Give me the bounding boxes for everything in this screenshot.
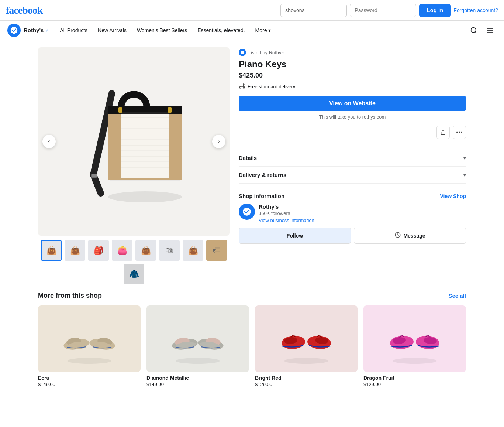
chevron-right-icon: › xyxy=(218,138,220,145)
follow-button[interactable]: Follow xyxy=(239,228,351,244)
svg-point-31 xyxy=(243,87,245,88)
product-card-ecru[interactable]: Ecru $149.00 xyxy=(38,305,141,387)
view-website-button[interactable]: View on Website xyxy=(239,96,466,111)
product-image-ecru xyxy=(38,305,141,372)
shop-name: Rothy's xyxy=(24,27,44,33)
thumbnail-3[interactable]: 🎒 xyxy=(88,240,109,261)
svg-point-30 xyxy=(239,87,241,88)
chevron-down-icon: ▾ xyxy=(268,27,271,33)
thumbnail-8[interactable]: 🏷 xyxy=(206,240,227,261)
next-image-button[interactable]: › xyxy=(212,135,225,148)
shoe-svg-red xyxy=(277,313,336,365)
listed-avatar xyxy=(239,49,246,56)
header: facebook Log in Forgotten account? xyxy=(0,0,504,21)
search-button[interactable] xyxy=(467,24,480,37)
delivery-info: Free standard delivery xyxy=(239,82,466,90)
product-main-image xyxy=(64,64,204,219)
nav-essentials-elevated[interactable]: Essentials, elevated. xyxy=(193,24,249,36)
product-name-dragon-fruit: Dragon Fruit xyxy=(363,375,466,381)
shop-profile-row: Rothy's 360K followers View business inf… xyxy=(239,204,466,223)
shop-logo-wrap: Rothy's ✓ xyxy=(7,24,49,37)
product-title: Piano Keys xyxy=(239,59,466,69)
thumb-icon-8: 🏷 xyxy=(213,246,221,255)
product-price-red: $129.00 xyxy=(255,382,358,387)
product-grid: Ecru $149.00 Diamond Metallic $149. xyxy=(38,305,466,387)
svg-rect-29 xyxy=(239,83,243,87)
delivery-icon xyxy=(239,82,245,90)
ellipsis-icon xyxy=(456,131,462,133)
product-card-red[interactable]: Bright Red $129.00 xyxy=(255,305,358,387)
shop-followers: 360K followers xyxy=(259,211,466,216)
prev-image-button[interactable]: ‹ xyxy=(42,135,56,148)
facebook-logo[interactable]: facebook xyxy=(6,4,42,16)
details-accordion[interactable]: Details ▾ xyxy=(239,150,466,167)
username-input[interactable] xyxy=(280,4,347,17)
nav-more-button[interactable]: More ▾ xyxy=(251,24,276,36)
product-price-diamond: $149.00 xyxy=(146,382,249,387)
product-name-red: Bright Red xyxy=(255,375,358,381)
svg-rect-25 xyxy=(118,107,122,113)
svg-marker-9 xyxy=(108,106,121,180)
thumbnail-7[interactable]: 👜 xyxy=(183,240,203,261)
thumb-icon-1: 👜 xyxy=(46,246,56,255)
thumbnail-5[interactable]: 👜 xyxy=(135,240,156,261)
details-chevron-icon: ▾ xyxy=(463,155,466,161)
chevron-left-icon: ‹ xyxy=(48,138,50,145)
message-button[interactable]: Message xyxy=(354,228,466,244)
shop-info-header: Shop information View Shop xyxy=(239,193,466,199)
thumbnail-4[interactable]: 👛 xyxy=(112,240,132,261)
shop-name-wrap: Rothy's ✓ xyxy=(24,27,49,33)
svg-point-46 xyxy=(284,358,328,364)
svg-point-35 xyxy=(461,131,462,133)
listed-by: Listed by Rothy's xyxy=(239,49,466,56)
redirect-note: This will take you to rothys.com xyxy=(239,114,466,120)
thumb-icon-3: 🎒 xyxy=(94,246,104,255)
product-card-dragon-fruit[interactable]: Dragon Fruit $129.00 xyxy=(363,305,466,387)
product-details-panel: Listed by Rothy's Piano Keys $425.00 Fre… xyxy=(239,47,466,284)
thumbnail-6[interactable]: 🛍 xyxy=(159,240,180,261)
shop-info-section: Shop information View Shop Rothy's 360K … xyxy=(239,193,466,244)
forgotten-account-link[interactable]: Forgotten account? xyxy=(453,7,498,13)
details-label: Details xyxy=(239,155,257,161)
share-button[interactable] xyxy=(436,126,450,139)
svg-rect-26 xyxy=(168,107,172,113)
shop-profile-name: Rothy's xyxy=(259,204,466,210)
svg-point-34 xyxy=(459,131,460,133)
delivery-text: Free standard delivery xyxy=(248,84,295,89)
nav-new-arrivals[interactable]: New Arrivals xyxy=(93,24,131,36)
product-price-dragon-fruit: $129.00 xyxy=(363,382,466,387)
thumb-icon-6: 🛍 xyxy=(165,246,173,255)
login-button[interactable]: Log in xyxy=(419,4,451,17)
shoe-svg-dragon xyxy=(385,313,444,365)
svg-marker-10 xyxy=(169,106,182,180)
nav-all-products[interactable]: All Products xyxy=(55,24,92,36)
view-shop-link[interactable]: View Shop xyxy=(440,193,466,199)
product-card-diamond[interactable]: Diamond Metallic $149.00 xyxy=(146,305,249,387)
product-image-area: ‹ › 👜 👜 🎒 👛 👜 🛍 xyxy=(38,47,230,284)
nav-womens-best-sellers[interactable]: Women's Best Sellers xyxy=(132,24,191,36)
svg-line-1 xyxy=(475,31,477,33)
share-icon xyxy=(440,129,446,135)
thumbnail-2[interactable]: 👜 xyxy=(65,240,85,261)
more-section-title: More from this shop xyxy=(38,292,102,300)
more-options-button[interactable] xyxy=(453,126,466,139)
divider-2 xyxy=(239,188,466,188)
thumb-icon-2: 👜 xyxy=(70,246,80,255)
shop-info-title: Shop information xyxy=(239,193,284,199)
password-input[interactable] xyxy=(350,4,416,17)
shop-action-row: Follow Message xyxy=(239,228,466,244)
shoe-svg-diamond xyxy=(168,313,227,365)
nav-links: All Products New Arrivals Women's Best S… xyxy=(55,24,275,36)
svg-point-0 xyxy=(471,27,476,32)
thumb-icon-7: 👜 xyxy=(188,246,198,255)
thumbnail-9[interactable]: 🧥 xyxy=(124,264,144,284)
view-business-info-link[interactable]: View business information xyxy=(259,218,314,223)
see-all-link[interactable]: See all xyxy=(448,293,466,299)
product-price: $425.00 xyxy=(239,72,466,79)
delivery-returns-chevron-icon: ▾ xyxy=(463,172,466,178)
menu-button[interactable] xyxy=(483,24,497,37)
delivery-returns-accordion[interactable]: Delivery & returns ▾ xyxy=(239,167,466,184)
thumb-icon-9: 🧥 xyxy=(129,269,139,279)
thumbnail-1[interactable]: 👜 xyxy=(41,240,62,261)
product-image-diamond xyxy=(146,305,249,372)
